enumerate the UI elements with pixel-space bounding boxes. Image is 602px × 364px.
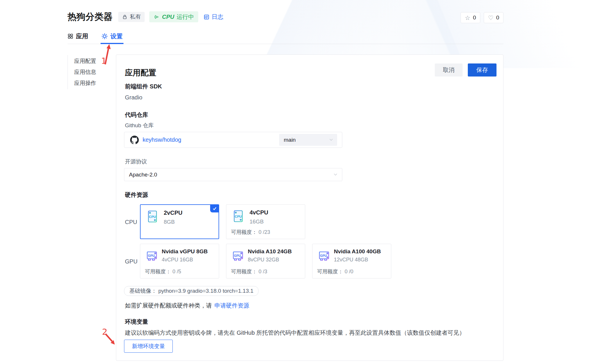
cancel-button[interactable]: 取消 bbox=[435, 63, 463, 77]
gpu-options-row: GPU GPU Nvidia vGPU 8GB 4vCPU 16GB bbox=[125, 244, 497, 279]
star-button[interactable]: ☆ 0 bbox=[461, 12, 480, 23]
hw-card-title: Nvidia A10 24GB bbox=[248, 248, 292, 255]
logs-link[interactable]: 日志 bbox=[203, 13, 223, 21]
svg-text:GPU: GPU bbox=[320, 254, 327, 257]
hw-card-sub: 12vCPU 48GB bbox=[334, 257, 368, 263]
hw-card-quota: 可用额度：0 /23 bbox=[231, 229, 270, 236]
hw-card-sub: 4vCPU 16GB bbox=[162, 257, 193, 263]
env-description: 建议以软编码方式使用密钥或令牌，请先在 GitHub 所托管的代码中配置相应环境… bbox=[125, 329, 465, 337]
env-section-label: 环境变量 bbox=[125, 318, 148, 326]
repo-section-label: 代码仓库 bbox=[125, 111, 148, 119]
gpu-row-label: GPU bbox=[125, 258, 137, 265]
gpu-card-icon: GPU bbox=[230, 249, 245, 263]
like-count: 0 bbox=[496, 14, 499, 21]
header-actions: ☆ 0 ♡ 0 bbox=[461, 12, 503, 23]
sdk-section-label: 前端组件 SDK bbox=[125, 83, 162, 90]
heart-icon: ♡ bbox=[488, 15, 494, 21]
status-badge: CPU 运行中 bbox=[149, 11, 198, 22]
running-signal-icon bbox=[154, 14, 160, 20]
chevron-down-icon bbox=[334, 173, 337, 176]
license-select[interactable]: Apache-2.0 bbox=[124, 168, 342, 181]
gpu-card-icon: GPU bbox=[144, 249, 159, 263]
branch-select[interactable]: main bbox=[279, 134, 337, 146]
hw-card-title: Nvidia vGPU 8GB bbox=[162, 248, 208, 255]
annotation-arrow-2 bbox=[102, 327, 119, 347]
github-icon bbox=[130, 136, 139, 144]
cpu-chip-icon: CPU bbox=[146, 209, 159, 224]
add-env-var-button[interactable]: 新增环境变量 bbox=[124, 340, 173, 353]
star-count: 0 bbox=[473, 14, 476, 21]
hw-card-quota: 可用额度：0 /5 bbox=[145, 268, 181, 275]
branch-value: main bbox=[284, 137, 296, 143]
page-title: 热狗分类器 bbox=[68, 11, 112, 23]
hw-card-quota: 可用额度：0 /3 bbox=[231, 268, 267, 275]
hw-card-quota: 可用额度：0 /0 bbox=[317, 268, 353, 275]
cpu-option-4vcpu[interactable]: CPU 4vCPU 16GB 可用额度：0 /23 bbox=[226, 204, 305, 239]
base-image-tag: 基础镜像： python=3.9 gradio=3.18.0 torch=1.1… bbox=[124, 286, 259, 296]
tab-bar: 应用 设置 bbox=[68, 32, 123, 41]
sidebar-item-app-actions[interactable]: 应用操作 bbox=[68, 78, 116, 89]
tab-settings-label: 设置 bbox=[110, 32, 123, 40]
repo-sublabel: Github 仓库 bbox=[125, 122, 154, 129]
app-header: 热狗分类器 私有 CPU 运行中 bbox=[68, 11, 223, 23]
gear-icon bbox=[101, 33, 108, 39]
cpu-row-label: CPU bbox=[125, 219, 137, 225]
repo-link[interactable]: keyhsw/hotdog bbox=[143, 136, 181, 143]
status-hardware-label: CPU bbox=[162, 14, 174, 20]
request-hardware-link[interactable]: 申请硬件资源 bbox=[214, 302, 249, 309]
like-button[interactable]: ♡ 0 bbox=[484, 12, 503, 23]
annotation-number-1: 1 bbox=[101, 56, 106, 66]
lock-icon bbox=[122, 14, 128, 20]
page: 热狗分类器 私有 CPU 运行中 bbox=[0, 0, 602, 364]
panel-title: 应用配置 bbox=[125, 68, 156, 78]
svg-text:GPU: GPU bbox=[148, 254, 155, 257]
logs-label: 日志 bbox=[212, 13, 223, 21]
hardware-section-label: 硬件资源 bbox=[125, 191, 148, 199]
star-icon: ☆ bbox=[465, 15, 470, 21]
visibility-label: 私有 bbox=[130, 13, 141, 21]
tab-app[interactable]: 应用 bbox=[68, 32, 88, 41]
tab-settings[interactable]: 设置 bbox=[101, 32, 123, 41]
logs-icon bbox=[203, 14, 210, 20]
hw-card-sub: 8GB bbox=[164, 219, 175, 225]
hw-card-title: 4vCPU bbox=[250, 209, 268, 216]
status-text: 运行中 bbox=[177, 13, 194, 21]
visibility-badge: 私有 bbox=[118, 12, 145, 22]
svg-text:CPU: CPU bbox=[149, 215, 156, 219]
cpu-option-2vcpu[interactable]: CPU 2vCPU 8GB bbox=[140, 204, 219, 239]
hw-card-title: Nvidia A100 40GB bbox=[334, 248, 381, 255]
hardware-expand-line: 如需扩展硬件配额或硬件种类，请申请硬件资源 bbox=[125, 302, 249, 310]
license-value: Apache-2.0 bbox=[129, 172, 157, 178]
cpu-options-row: CPU CPU bbox=[125, 204, 497, 240]
gpu-option-a10[interactable]: GPU Nvidia A10 24GB 8vCPU 32GB 可用额度：0 /3 bbox=[226, 244, 305, 279]
chevron-down-icon bbox=[329, 139, 333, 141]
gpu-option-vgpu[interactable]: GPU Nvidia vGPU 8GB 4vCPU 16GB 可用额度：0 /5 bbox=[140, 244, 219, 279]
svg-text:CPU: CPU bbox=[235, 215, 242, 218]
gpu-card-icon: GPU bbox=[316, 249, 331, 263]
save-button[interactable]: 保存 bbox=[468, 63, 496, 77]
repo-box: keyhsw/hotdog main bbox=[124, 132, 342, 148]
sdk-value: Gradio bbox=[125, 94, 142, 101]
sidebar-item-app-info[interactable]: 应用信息 bbox=[68, 67, 116, 78]
license-label: 开源协议 bbox=[125, 158, 147, 165]
hw-card-sub: 8vCPU 32GB bbox=[248, 257, 279, 263]
tab-app-label: 应用 bbox=[76, 32, 88, 40]
tab-divider bbox=[68, 44, 503, 44]
grid-icon bbox=[68, 33, 73, 39]
hw-card-sub: 16GB bbox=[250, 219, 264, 225]
selected-check-icon bbox=[210, 205, 219, 212]
app-config-panel: 应用配置 取消 保存 前端组件 SDK Gradio 代码仓库 Github 仓… bbox=[116, 54, 503, 361]
gpu-option-a100[interactable]: GPU Nvidia A100 40GB 12vCPU 48GB 可用额度：0 … bbox=[312, 244, 391, 279]
svg-text:GPU: GPU bbox=[234, 254, 241, 257]
cpu-chip-icon: CPU bbox=[232, 209, 245, 224]
hw-card-title: 2vCPU bbox=[164, 210, 182, 216]
